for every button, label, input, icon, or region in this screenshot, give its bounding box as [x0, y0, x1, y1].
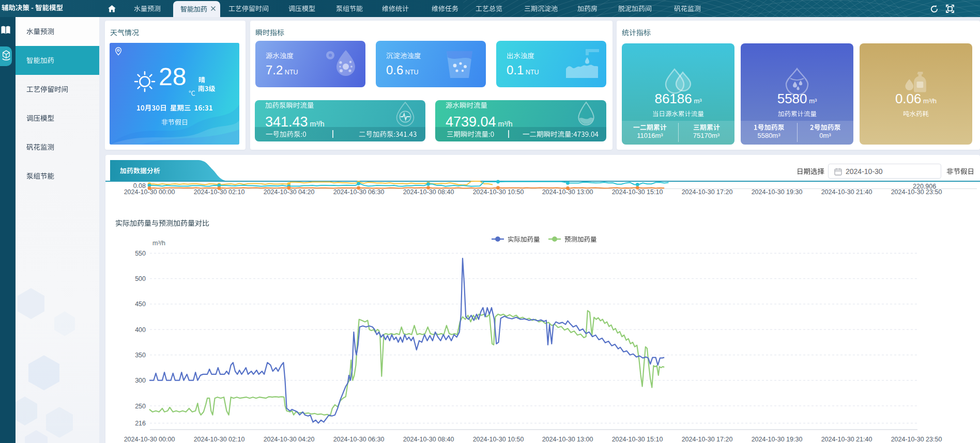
svg-text:2024-10-30 15:10: 2024-10-30 15:10: [612, 436, 663, 443]
svg-text:500: 500: [135, 275, 146, 282]
svg-text:400: 400: [135, 326, 146, 334]
svg-text:2024-10-30 17:20: 2024-10-30 17:20: [682, 436, 733, 443]
svg-text:216: 216: [135, 420, 146, 427]
svg-text:300: 300: [135, 377, 146, 384]
svg-text:2024-10-30 04:20: 2024-10-30 04:20: [264, 436, 315, 443]
svg-text:2024-10-30 13:00: 2024-10-30 13:00: [542, 436, 593, 443]
svg-text:2024-10-30 10:50: 2024-10-30 10:50: [473, 436, 524, 443]
svg-text:2024-10-30 19:30: 2024-10-30 19:30: [752, 436, 803, 443]
svg-text:550: 550: [135, 250, 146, 257]
svg-text:2024-10-30 08:40: 2024-10-30 08:40: [403, 436, 454, 443]
svg-text:2024-10-30 06:30: 2024-10-30 06:30: [333, 436, 385, 443]
svg-text:2024-10-30 21:40: 2024-10-30 21:40: [821, 436, 872, 443]
svg-text:2024-10-30 02:10: 2024-10-30 02:10: [194, 436, 245, 443]
svg-text:350: 350: [135, 352, 146, 359]
svg-text:2024-10-30 00:00: 2024-10-30 00:00: [124, 436, 175, 443]
svg-text:2024-10-30 23:50: 2024-10-30 23:50: [891, 436, 942, 443]
svg-text:450: 450: [135, 300, 146, 308]
svg-text:250: 250: [135, 403, 146, 410]
